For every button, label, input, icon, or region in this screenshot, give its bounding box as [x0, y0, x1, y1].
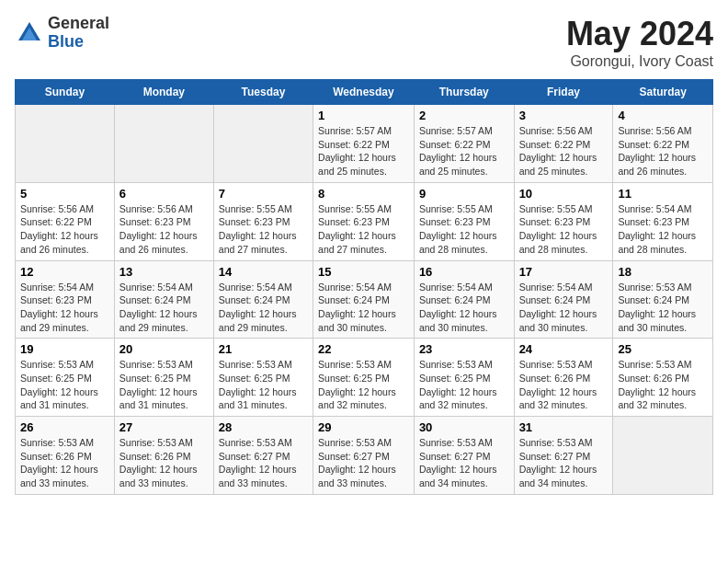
day-info: Sunrise: 5:57 AM Sunset: 6:22 PM Dayligh…: [318, 124, 409, 178]
calendar-cell: 26Sunrise: 5:53 AM Sunset: 6:26 PM Dayli…: [16, 417, 115, 495]
day-number: 31: [519, 420, 609, 434]
calendar-cell: 21Sunrise: 5:53 AM Sunset: 6:25 PM Dayli…: [213, 339, 313, 417]
day-info: Sunrise: 5:53 AM Sunset: 6:25 PM Dayligh…: [419, 358, 509, 412]
day-info: Sunrise: 5:56 AM Sunset: 6:22 PM Dayligh…: [618, 124, 708, 178]
day-number: 10: [519, 187, 609, 201]
calendar-cell: 14Sunrise: 5:54 AM Sunset: 6:24 PM Dayli…: [213, 260, 313, 339]
day-info: Sunrise: 5:53 AM Sunset: 6:26 PM Dayligh…: [618, 358, 708, 412]
logo-icon: [15, 18, 44, 48]
day-info: Sunrise: 5:53 AM Sunset: 6:27 PM Dayligh…: [519, 436, 609, 490]
calendar-cell: 2Sunrise: 5:57 AM Sunset: 6:22 PM Daylig…: [414, 105, 514, 183]
calendar-cell: 17Sunrise: 5:54 AM Sunset: 6:24 PM Dayli…: [514, 260, 613, 339]
logo-text: General Blue: [48, 15, 109, 52]
day-info: Sunrise: 5:53 AM Sunset: 6:24 PM Dayligh…: [618, 281, 708, 335]
day-info: Sunrise: 5:53 AM Sunset: 6:26 PM Dayligh…: [119, 436, 209, 490]
day-number: 20: [119, 342, 209, 356]
calendar-cell: 27Sunrise: 5:53 AM Sunset: 6:26 PM Dayli…: [114, 417, 213, 495]
day-number: 18: [618, 265, 708, 279]
day-number: 9: [419, 187, 509, 201]
day-info: Sunrise: 5:54 AM Sunset: 6:24 PM Dayligh…: [119, 281, 209, 335]
logo-blue: Blue: [48, 33, 109, 52]
calendar-cell: 13Sunrise: 5:54 AM Sunset: 6:24 PM Dayli…: [114, 260, 213, 339]
day-number: 16: [419, 265, 509, 279]
calendar-cell: 11Sunrise: 5:54 AM Sunset: 6:23 PM Dayli…: [613, 182, 713, 260]
day-info: Sunrise: 5:53 AM Sunset: 6:25 PM Dayligh…: [119, 358, 209, 412]
day-number: 19: [20, 342, 109, 356]
calendar-cell: 15Sunrise: 5:54 AM Sunset: 6:24 PM Dayli…: [313, 260, 415, 339]
day-number: 29: [318, 420, 409, 434]
day-info: Sunrise: 5:53 AM Sunset: 6:27 PM Dayligh…: [219, 436, 308, 490]
day-number: 13: [119, 265, 209, 279]
calendar-cell: 23Sunrise: 5:53 AM Sunset: 6:25 PM Dayli…: [414, 339, 514, 417]
calendar-cell: 19Sunrise: 5:53 AM Sunset: 6:25 PM Dayli…: [16, 339, 115, 417]
day-info: Sunrise: 5:54 AM Sunset: 6:24 PM Dayligh…: [419, 281, 509, 335]
day-info: Sunrise: 5:53 AM Sunset: 6:26 PM Dayligh…: [519, 358, 609, 412]
day-info: Sunrise: 5:55 AM Sunset: 6:23 PM Dayligh…: [219, 202, 308, 257]
day-info: Sunrise: 5:53 AM Sunset: 6:25 PM Dayligh…: [219, 358, 308, 412]
title-block: May 2024 Gorongui, Ivory Coast: [566, 15, 713, 70]
header-cell-thursday: Thursday: [414, 80, 514, 105]
day-number: 26: [20, 420, 109, 434]
calendar-cell: 12Sunrise: 5:54 AM Sunset: 6:23 PM Dayli…: [16, 260, 115, 339]
header-cell-saturday: Saturday: [613, 80, 713, 105]
day-info: Sunrise: 5:53 AM Sunset: 6:25 PM Dayligh…: [20, 358, 109, 412]
main-title: May 2024: [566, 15, 713, 53]
day-number: 21: [219, 342, 308, 356]
subtitle: Gorongui, Ivory Coast: [566, 53, 713, 70]
day-number: 6: [119, 187, 209, 201]
header-cell-friday: Friday: [514, 80, 613, 105]
day-info: Sunrise: 5:53 AM Sunset: 6:25 PM Dayligh…: [318, 358, 409, 412]
week-row-2: 12Sunrise: 5:54 AM Sunset: 6:23 PM Dayli…: [16, 260, 713, 339]
calendar-cell: 8Sunrise: 5:55 AM Sunset: 6:23 PM Daylig…: [313, 182, 415, 260]
header-cell-wednesday: Wednesday: [313, 80, 415, 105]
logo-general: General: [48, 15, 109, 33]
calendar-cell: [114, 105, 213, 183]
day-number: 24: [519, 342, 609, 356]
calendar-cell: 25Sunrise: 5:53 AM Sunset: 6:26 PM Dayli…: [613, 339, 713, 417]
calendar-cell: 6Sunrise: 5:56 AM Sunset: 6:23 PM Daylig…: [114, 182, 213, 260]
day-info: Sunrise: 5:54 AM Sunset: 6:23 PM Dayligh…: [20, 281, 109, 335]
calendar-cell: 9Sunrise: 5:55 AM Sunset: 6:23 PM Daylig…: [414, 182, 514, 260]
week-row-4: 26Sunrise: 5:53 AM Sunset: 6:26 PM Dayli…: [16, 417, 713, 495]
day-number: 2: [419, 109, 509, 122]
day-info: Sunrise: 5:56 AM Sunset: 6:22 PM Dayligh…: [519, 124, 609, 178]
calendar-cell: 10Sunrise: 5:55 AM Sunset: 6:23 PM Dayli…: [514, 182, 613, 260]
week-row-3: 19Sunrise: 5:53 AM Sunset: 6:25 PM Dayli…: [16, 339, 713, 417]
day-info: Sunrise: 5:54 AM Sunset: 6:24 PM Dayligh…: [519, 281, 609, 335]
calendar-cell: [213, 105, 313, 183]
day-number: 17: [519, 265, 609, 279]
calendar-table: SundayMondayTuesdayWednesdayThursdayFrid…: [15, 79, 713, 495]
day-info: Sunrise: 5:55 AM Sunset: 6:23 PM Dayligh…: [519, 202, 609, 257]
page-header: General Blue May 2024 Gorongui, Ivory Co…: [15, 15, 713, 70]
day-info: Sunrise: 5:57 AM Sunset: 6:22 PM Dayligh…: [419, 124, 509, 178]
calendar-cell: 3Sunrise: 5:56 AM Sunset: 6:22 PM Daylig…: [514, 105, 613, 183]
day-number: 4: [618, 109, 708, 122]
calendar-cell: 22Sunrise: 5:53 AM Sunset: 6:25 PM Dayli…: [313, 339, 415, 417]
day-info: Sunrise: 5:54 AM Sunset: 6:23 PM Dayligh…: [618, 202, 708, 257]
calendar-cell: [16, 105, 115, 183]
calendar-cell: 1Sunrise: 5:57 AM Sunset: 6:22 PM Daylig…: [313, 105, 415, 183]
day-number: 22: [318, 342, 409, 356]
day-info: Sunrise: 5:54 AM Sunset: 6:24 PM Dayligh…: [219, 281, 308, 335]
header-cell-sunday: Sunday: [16, 80, 115, 105]
day-number: 28: [219, 420, 308, 434]
calendar-cell: 4Sunrise: 5:56 AM Sunset: 6:22 PM Daylig…: [613, 105, 713, 183]
day-info: Sunrise: 5:53 AM Sunset: 6:27 PM Dayligh…: [318, 436, 409, 490]
day-number: 8: [318, 187, 409, 201]
day-info: Sunrise: 5:54 AM Sunset: 6:24 PM Dayligh…: [318, 281, 409, 335]
header-cell-monday: Monday: [114, 80, 213, 105]
calendar-cell: 16Sunrise: 5:54 AM Sunset: 6:24 PM Dayli…: [414, 260, 514, 339]
calendar-cell: 29Sunrise: 5:53 AM Sunset: 6:27 PM Dayli…: [313, 417, 415, 495]
calendar-cell: 30Sunrise: 5:53 AM Sunset: 6:27 PM Dayli…: [414, 417, 514, 495]
day-number: 7: [219, 187, 308, 201]
calendar-cell: 18Sunrise: 5:53 AM Sunset: 6:24 PM Dayli…: [613, 260, 713, 339]
day-number: 30: [419, 420, 509, 434]
day-info: Sunrise: 5:55 AM Sunset: 6:23 PM Dayligh…: [419, 202, 509, 257]
day-info: Sunrise: 5:53 AM Sunset: 6:27 PM Dayligh…: [419, 436, 509, 490]
day-number: 27: [119, 420, 209, 434]
calendar-header: SundayMondayTuesdayWednesdayThursdayFrid…: [16, 80, 713, 105]
day-info: Sunrise: 5:55 AM Sunset: 6:23 PM Dayligh…: [318, 202, 409, 257]
calendar-cell: 31Sunrise: 5:53 AM Sunset: 6:27 PM Dayli…: [514, 417, 613, 495]
week-row-0: 1Sunrise: 5:57 AM Sunset: 6:22 PM Daylig…: [16, 105, 713, 183]
day-number: 5: [20, 187, 109, 201]
